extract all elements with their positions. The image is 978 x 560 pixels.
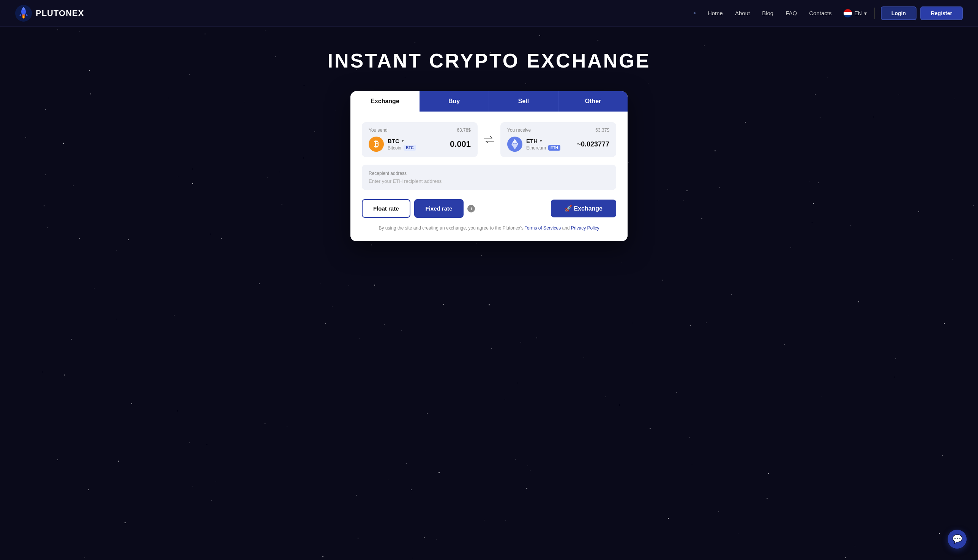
send-coin-fullname: Bitcoin [388,145,401,151]
receive-coin-name-row: ETH ▾ [526,138,560,144]
main-content: INSTANT CRYPTO EXCHANGE Exchange Buy Sel… [0,27,978,241]
logo-icon [15,5,32,22]
receive-currency-left: ETH ▾ Ethereum ETH [507,137,560,152]
chat-button[interactable]: 💬 [948,530,966,548]
receive-amount: ~0.023777 [577,140,609,148]
send-coin-ticker: BTC [388,138,400,144]
language-button[interactable]: EN ▾ [844,9,866,17]
nav-link-faq[interactable]: FAQ [786,10,797,16]
tabs-row: Exchange Buy Sell Other [350,91,628,112]
svg-marker-7 [512,139,518,144]
receive-coin-full-row: Ethereum ETH [526,145,560,151]
nav-link-about[interactable]: About [735,10,750,16]
nav-link-blog[interactable]: Blog [762,10,773,16]
card-body: You send 63.78$ ₿ BTC ▾ [350,112,628,241]
address-label: Recepient address [369,171,609,176]
nav-link-home[interactable]: Home [708,10,723,16]
tab-other[interactable]: Other [558,91,628,112]
receive-currency-info: ETH ▾ Ethereum ETH ~0.023777 [507,137,609,152]
send-currency-left: ₿ BTC ▾ Bitcoin BTC [369,137,416,152]
receive-coin-badge: ETH [548,145,560,151]
nav-links: Home About Blog FAQ Contacts [694,10,831,16]
nav-dot [694,12,695,14]
receive-label: You receive [507,127,531,133]
float-rate-button[interactable]: Float rate [362,199,410,218]
lang-label: EN [854,10,861,16]
register-button[interactable]: Register [920,7,963,20]
you-send-box: You send 63.78$ ₿ BTC ▾ [362,122,478,157]
privacy-policy-link[interactable]: Privacy Policy [571,225,600,231]
send-amount[interactable]: 0.001 [450,139,471,149]
recipient-address-box[interactable]: Recepient address Enter your ETH recipie… [362,165,616,190]
swap-icon[interactable] [482,133,496,147]
you-receive-box: You receive 63.37$ [500,122,616,157]
exchange-card: Exchange Buy Sell Other You send 63.78$ … [350,91,628,241]
chat-icon: 💬 [952,534,963,544]
rate-row: Float rate Fixed rate i 🚀 Exchange [362,199,616,218]
terms-of-services-link[interactable]: Terms of Services [525,225,561,231]
nav-divider [874,8,875,19]
exchange-button[interactable]: 🚀 Exchange [551,200,616,217]
tab-buy[interactable]: Buy [420,91,489,112]
send-coin-details: BTC ▾ Bitcoin BTC [388,138,416,151]
fixed-rate-button[interactable]: Fixed rate [414,199,464,218]
navbar: PLUTONEX Home About Blog FAQ Contacts EN… [0,0,978,27]
logo-area: PLUTONEX [15,5,84,22]
login-button[interactable]: Login [881,7,916,20]
receive-label-row: You receive 63.37$ [507,127,609,133]
send-coin-badge: BTC [404,145,416,151]
svg-point-6 [23,16,24,18]
send-usd: 63.78$ [457,127,471,133]
tab-sell[interactable]: Sell [489,91,558,112]
info-icon[interactable]: i [467,205,475,212]
terms-and: and [562,225,571,231]
receive-coin-details: ETH ▾ Ethereum ETH [526,138,560,151]
send-chevron-icon[interactable]: ▾ [402,138,404,143]
tab-exchange[interactable]: Exchange [350,91,420,112]
send-label-row: You send 63.78$ [369,127,471,133]
receive-usd: 63.37$ [595,127,609,133]
terms-row: By using the site and creating an exchan… [362,225,616,231]
send-label: You send [369,127,388,133]
receive-coin-ticker: ETH [526,138,538,144]
address-placeholder: Enter your ETH recipient address [369,178,609,184]
nav-link-contacts[interactable]: Contacts [809,10,831,16]
receive-coin-fullname: Ethereum [526,145,546,151]
send-coin-full-row: Bitcoin BTC [388,145,416,151]
send-coin-name-row: BTC ▾ [388,138,416,144]
send-currency-info: ₿ BTC ▾ Bitcoin BTC [369,137,471,152]
btc-icon: ₿ [369,137,384,152]
terms-text: By using the site and creating an exchan… [378,225,524,231]
svg-marker-8 [512,143,518,150]
hero-title: INSTANT CRYPTO EXCHANGE [328,49,651,72]
receive-chevron-icon[interactable]: ▾ [540,138,542,143]
chevron-down-icon: ▾ [864,10,867,16]
eth-icon [507,137,522,152]
exchange-row: You send 63.78$ ₿ BTC ▾ [362,122,616,157]
logo-text: PLUTONEX [36,8,84,18]
flag-icon [844,9,852,17]
